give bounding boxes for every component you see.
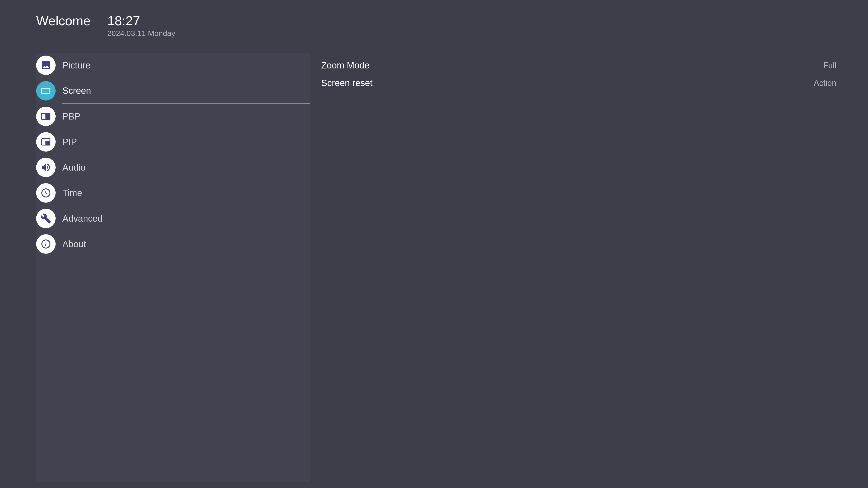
setting-zoom-mode[interactable]: Zoom Mode Full <box>321 57 836 74</box>
setting-label: Screen reset <box>321 78 373 88</box>
sidebar-item-label: Screen <box>62 86 91 96</box>
sidebar-item-screen[interactable]: Screen <box>36 78 310 104</box>
clock-icon <box>36 183 56 203</box>
info-icon <box>36 234 56 254</box>
svg-rect-4 <box>46 141 49 144</box>
picture-icon <box>36 56 56 75</box>
main-panel: Zoom Mode Full Screen reset Action <box>310 53 868 482</box>
sidebar-item-label: Advanced <box>62 214 103 224</box>
sidebar-item-label: Picture <box>62 60 91 70</box>
sidebar-item-time[interactable]: Time <box>36 180 310 206</box>
audio-icon <box>36 158 56 177</box>
tools-icon <box>36 209 56 228</box>
datetime-section: 18:27 2024.03.11 Monday <box>99 13 176 38</box>
svg-rect-2 <box>46 113 50 120</box>
setting-value: Full <box>823 61 836 70</box>
header: Welcome 18:27 2024.03.11 Monday <box>0 0 868 38</box>
sidebar-item-picture[interactable]: Picture <box>36 53 310 78</box>
sidebar-item-about[interactable]: About <box>36 231 310 257</box>
sidebar-item-pbp[interactable]: PBP <box>36 104 310 129</box>
setting-label: Zoom Mode <box>321 60 369 70</box>
date-display: 2024.03.11 Monday <box>107 29 176 38</box>
setting-value: Action <box>814 78 836 88</box>
pip-icon <box>36 132 56 152</box>
sidebar-item-audio[interactable]: Audio <box>36 155 310 180</box>
sidebar-item-label: About <box>62 239 86 249</box>
setting-screen-reset[interactable]: Screen reset Action <box>321 74 836 92</box>
sidebar: Picture Screen PBP <box>36 53 310 482</box>
screen-icon <box>36 81 56 101</box>
sidebar-item-pip[interactable]: PIP <box>36 129 310 155</box>
pbp-icon <box>36 107 56 126</box>
welcome-title: Welcome <box>36 13 99 28</box>
sidebar-item-label: Time <box>62 188 82 198</box>
sidebar-item-label: Audio <box>62 162 86 173</box>
time-display: 18:27 <box>107 13 176 28</box>
sidebar-item-label: PBP <box>62 111 81 122</box>
sidebar-item-advanced[interactable]: Advanced <box>36 206 310 231</box>
svg-rect-0 <box>42 88 50 94</box>
sidebar-item-label: PIP <box>62 137 77 147</box>
content-area: Picture Screen PBP <box>0 53 868 482</box>
